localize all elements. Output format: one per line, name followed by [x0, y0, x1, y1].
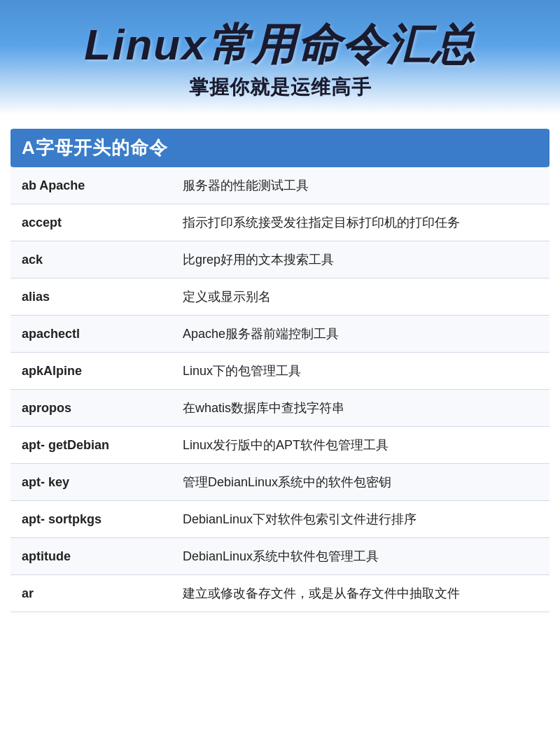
command-name: aptitude [10, 538, 172, 575]
table-row: apropos在whatis数据库中查找字符串 [10, 390, 550, 427]
table-row: apt- getDebianLinux发行版中的APT软件包管理工具 [10, 427, 550, 464]
page-container: Linux常用命令汇总 掌握你就是运维高手 A字母开头的命令 ab Apache… [0, 0, 560, 748]
subtitle: 掌握你就是运维高手 [14, 74, 546, 101]
command-name: apkAlpine [10, 353, 172, 390]
table-row: apt- sortpkgsDebianLinux下对软件包索引文件进行排序 [10, 501, 550, 538]
table-row: aptitudeDebianLinux系统中软件包管理工具 [10, 538, 550, 575]
command-desc: Apache服务器前端控制工具 [172, 316, 550, 353]
table-row: apt- key管理DebianLinux系统中的软件包密钥 [10, 464, 550, 501]
header-section: Linux常用命令汇总 掌握你就是运维高手 [0, 0, 560, 115]
command-name: apt- getDebian [10, 427, 172, 464]
commands-table: ab Apache服务器的性能测试工具accept指示打印系统接受发往指定目标打… [10, 167, 550, 612]
table-row: ack比grep好用的文本搜索工具 [10, 241, 550, 278]
table-row: alias定义或显示别名 [10, 278, 550, 316]
command-desc: Linux下的包管理工具 [172, 353, 550, 390]
table-row: accept指示打印系统接受发往指定目标打印机的打印任务 [10, 204, 550, 241]
command-desc: 建立或修改备存文件，或是从备存文件中抽取文件 [172, 575, 550, 612]
command-desc: Linux发行版中的APT软件包管理工具 [172, 427, 550, 464]
table-row: apachectlApache服务器前端控制工具 [10, 316, 550, 353]
command-name: ack [10, 241, 172, 278]
command-desc: DebianLinux系统中软件包管理工具 [172, 538, 550, 575]
section-header: A字母开头的命令 [10, 129, 550, 167]
command-name: apt- key [10, 464, 172, 501]
command-name: apropos [10, 390, 172, 427]
table-row: ab Apache服务器的性能测试工具 [10, 167, 550, 204]
table-row: ar建立或修改备存文件，或是从备存文件中抽取文件 [10, 575, 550, 612]
command-desc: 在whatis数据库中查找字符串 [172, 390, 550, 427]
command-desc: 管理DebianLinux系统中的软件包密钥 [172, 464, 550, 501]
command-name: accept [10, 204, 172, 241]
section-header-text: A字母开头的命令 [22, 137, 168, 158]
command-name: ar [10, 575, 172, 612]
command-name: apt- sortpkgs [10, 501, 172, 538]
command-desc: 指示打印系统接受发往指定目标打印机的打印任务 [172, 204, 550, 241]
command-desc: 定义或显示别名 [172, 278, 550, 316]
command-name: ab Apache [10, 167, 172, 204]
command-name: alias [10, 278, 172, 316]
table-wrapper: ab Apache服务器的性能测试工具accept指示打印系统接受发往指定目标打… [0, 167, 560, 612]
command-desc: DebianLinux下对软件包索引文件进行排序 [172, 501, 550, 538]
main-title: Linux常用命令汇总 [14, 21, 546, 69]
command-desc: 服务器的性能测试工具 [172, 167, 550, 204]
table-row: apkAlpineLinux下的包管理工具 [10, 353, 550, 390]
command-name: apachectl [10, 316, 172, 353]
command-desc: 比grep好用的文本搜索工具 [172, 241, 550, 278]
